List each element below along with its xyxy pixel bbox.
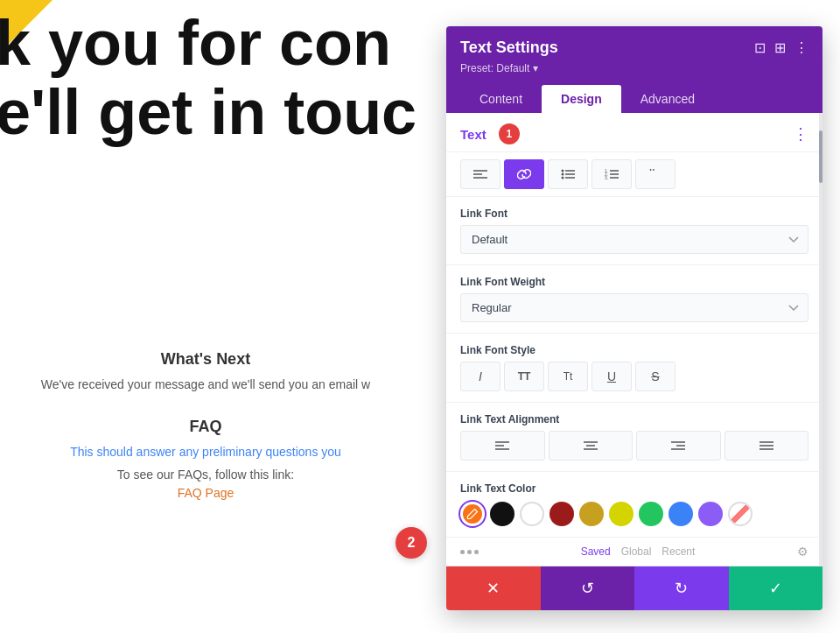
section-header-left: Text 1 <box>460 123 520 144</box>
link-font-style-label: Link Font Style <box>460 344 808 356</box>
dot-2 <box>467 550 472 554</box>
undo-button[interactable]: ↺ <box>541 566 635 610</box>
whats-next-title: What's Next <box>18 350 394 369</box>
color-swatch-blue[interactable] <box>668 502 693 526</box>
panel-header: Text Settings ⊡ ⊞ ⋮ Preset: Default ▾ Co… <box>446 26 822 113</box>
color-swatches <box>460 502 808 526</box>
panel-body: Text 1 ⋮ 1.2.3. " Link Font <box>446 113 822 566</box>
link-text-alignment-label: Link Text Alignment <box>460 413 808 426</box>
list-ordered-btn[interactable]: 1.2.3. <box>592 159 632 189</box>
color-swatch-dark-red[interactable] <box>550 502 574 526</box>
link-font-select[interactable]: Default Georgia Arial Helvetica Times Ne… <box>460 225 808 254</box>
tab-advanced[interactable]: Advanced <box>621 85 714 113</box>
color-swatch-green[interactable] <box>639 502 663 526</box>
section-badge: 1 <box>499 123 520 144</box>
underline-btn[interactable]: U <box>592 362 632 391</box>
global-tab[interactable]: Global <box>621 545 652 558</box>
svg-text:": " <box>649 169 654 179</box>
recent-tab[interactable]: Recent <box>662 545 695 558</box>
cancel-button[interactable]: ✕ <box>446 566 541 610</box>
color-dots <box>460 550 479 554</box>
color-swatch-black[interactable] <box>490 502 514 526</box>
color-swatch-yellow[interactable] <box>609 502 634 526</box>
faq-link-text: To see our FAQs, follow this link: <box>18 468 394 482</box>
link-font-style-section: Link Font Style I TT Tt U S <box>446 334 822 403</box>
text-settings-panel: Text Settings ⊡ ⊞ ⋮ Preset: Default ▾ Co… <box>446 26 822 610</box>
color-swatch-purple[interactable] <box>698 502 723 526</box>
received-text: We've received your message and we'll se… <box>18 377 394 391</box>
font-style-buttons: I TT Tt U S <box>460 362 808 391</box>
hero-line1: k you for con <box>0 9 416 78</box>
section-title: Text <box>460 127 486 142</box>
action-bar: ✕ ↺ ↻ ✓ <box>446 566 822 610</box>
color-swatch-orange[interactable] <box>460 502 485 526</box>
svg-point-3 <box>562 170 564 172</box>
preset-selector[interactable]: Preset: Default ▾ <box>460 62 808 74</box>
color-settings-icon[interactable]: ⚙ <box>797 545 808 559</box>
link-text-color-label: Link Text Color <box>460 482 808 495</box>
tab-content[interactable]: Content <box>460 85 542 113</box>
svg-point-7 <box>562 177 564 179</box>
uppercase-btn[interactable]: TT <box>504 362 544 391</box>
svg-text:3.: 3. <box>605 175 608 179</box>
link-font-weight-label: Link Font Weight <box>460 276 808 288</box>
link-text-alignment-section: Link Text Alignment <box>446 403 822 472</box>
floating-badge-2: 2 <box>396 527 427 559</box>
tab-design[interactable]: Design <box>542 85 621 113</box>
italic-btn[interactable]: I <box>460 362 500 391</box>
hero-line2: e'll get in touc <box>0 78 416 147</box>
alignment-buttons <box>460 431 808 461</box>
panel-header-icons: ⊡ ⊞ ⋮ <box>754 39 808 56</box>
more-icon[interactable]: ⋮ <box>794 39 808 56</box>
align-right-btn[interactable] <box>636 431 721 461</box>
strikethrough-btn[interactable]: S <box>635 362 676 391</box>
align-left-btn[interactable] <box>460 431 545 461</box>
align-center-btn[interactable] <box>549 431 634 461</box>
link-font-section: Link Font Default Georgia Arial Helvetic… <box>446 197 822 265</box>
section-header: Text 1 ⋮ <box>446 113 822 152</box>
panel-title: Text Settings <box>460 39 558 57</box>
color-swatch-none[interactable] <box>728 502 752 526</box>
redo-button[interactable]: ↻ <box>634 566 729 610</box>
grid-icon[interactable]: ⊞ <box>774 39 786 56</box>
link-font-weight-select[interactable]: Thin Light Regular Medium Bold <box>460 293 808 322</box>
align-left-btn[interactable] <box>460 159 500 189</box>
saved-tab[interactable]: Saved <box>581 545 611 558</box>
quote-btn[interactable]: " <box>635 159 676 189</box>
panel-header-top: Text Settings ⊡ ⊞ ⋮ <box>460 39 808 57</box>
bottom-content: What's Next We've received your message … <box>0 333 411 517</box>
align-justify-btn[interactable] <box>724 431 809 461</box>
link-font-weight-section: Link Font Weight Thin Light Regular Medi… <box>446 265 822 334</box>
link-font-label: Link Font <box>460 207 808 220</box>
link-text-color-section: Link Text Color <box>446 472 822 537</box>
scrollbar-track <box>819 113 822 566</box>
faq-page-link[interactable]: FAQ Page <box>18 486 394 500</box>
svg-point-5 <box>562 173 564 176</box>
save-button[interactable]: ✓ <box>729 566 823 610</box>
color-swatch-gold[interactable] <box>579 502 604 526</box>
color-footer: Saved Global Recent ⚙ <box>446 537 822 566</box>
panel-tabs: Content Design Advanced <box>460 85 808 113</box>
capitalize-btn[interactable]: Tt <box>548 362 588 391</box>
dot-1 <box>460 550 465 554</box>
link-btn[interactable] <box>504 159 544 189</box>
expand-icon[interactable]: ⊡ <box>754 39 766 56</box>
faq-text: This should answer any preliminary quest… <box>18 445 394 459</box>
color-footer-tabs: Saved Global Recent <box>581 545 696 558</box>
format-toolbar: 1.2.3. " <box>446 152 822 197</box>
faq-title: FAQ <box>18 418 394 436</box>
dot-3 <box>474 550 479 554</box>
color-swatch-white[interactable] <box>520 502 544 526</box>
list-unordered-btn[interactable] <box>548 159 588 189</box>
hero-text: k you for con e'll get in touc <box>0 9 416 147</box>
section-more-button[interactable]: ⋮ <box>793 124 808 144</box>
scrollbar-thumb[interactable] <box>819 130 822 183</box>
